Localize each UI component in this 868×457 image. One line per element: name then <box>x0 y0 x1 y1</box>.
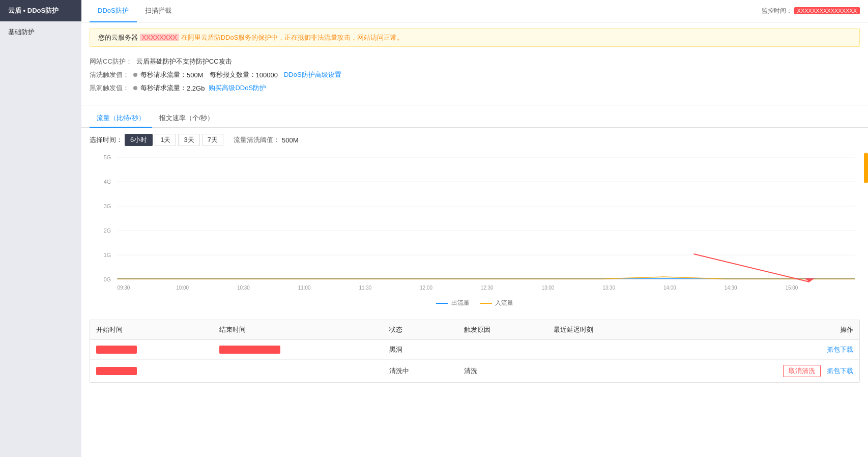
chart-container: 5G 4G 3G 2G 1G 0G 09:30 10:00 10:30 11:0… <box>81 152 868 311</box>
col-status: 状态 <box>383 320 457 340</box>
svg-text:3G: 3G <box>104 203 111 209</box>
svg-text:11:00: 11:00 <box>298 285 311 291</box>
row2-actions: 取消清洗 抓包下载 <box>668 360 859 383</box>
svg-text:13:00: 13:00 <box>542 285 555 291</box>
blackhole-req-value: 2.2Gb <box>187 84 205 92</box>
legend-inbound: 入流量 <box>480 299 513 307</box>
wash-pkt-label: 每秒报文数量： <box>210 70 256 79</box>
cc-value: 云盾基础防护不支持防护CC攻击 <box>136 57 232 66</box>
alert-banner: 您的云服务器 XXXXXXXX 在阿里云盾防DDoS服务的保护中，正在抵御非法流… <box>90 28 860 47</box>
blackhole-trigger-row: 黑洞触发值： 每秒请求流量： 2.2Gb 购买高级DDoS防护 <box>90 83 860 93</box>
wash-trigger-label: 清洗触发值： <box>90 70 129 79</box>
row1-delay <box>547 340 668 360</box>
row1-actions: 抓包下载 <box>668 340 859 360</box>
col-end-time: 结束时间 <box>213 320 384 340</box>
col-action: 操作 <box>668 320 859 340</box>
top-tab-bar: DDoS防护 扫描拦截 监控时间： XXXXXXXXXXXXXXXX <box>81 0 868 22</box>
row2-end <box>213 360 384 383</box>
row1-start <box>90 340 213 360</box>
row1-status: 黑洞 <box>383 340 457 360</box>
monitor-time: 监控时间： XXXXXXXXXXXXXXXX <box>762 7 860 15</box>
time-btn-7d[interactable]: 7天 <box>202 134 223 146</box>
svg-text:5G: 5G <box>104 154 111 160</box>
tab-ddos[interactable]: DDoS防护 <box>90 0 137 22</box>
svg-text:2G: 2G <box>104 227 111 234</box>
inbound-line-icon <box>480 303 492 304</box>
row2-delay <box>547 360 668 383</box>
outbound-line-icon <box>436 303 448 304</box>
inbound-label: 入流量 <box>495 299 513 307</box>
svg-text:12:30: 12:30 <box>481 285 494 291</box>
cc-label: 网站CC防护： <box>90 57 132 66</box>
svg-line-24 <box>693 254 809 282</box>
time-btn-6h[interactable]: 6小时 <box>125 134 153 146</box>
tab-packet-rate[interactable]: 报文速率（个/秒） <box>152 109 221 128</box>
monitor-time-label: 监控时间： <box>762 7 792 14</box>
svg-text:13:30: 13:30 <box>602 285 615 291</box>
table-section: 开始时间 结束时间 状态 触发原因 最近延迟时刻 操作 <box>90 320 860 383</box>
table-row: 黑洞 抓包下载 <box>90 340 859 360</box>
svg-text:10:30: 10:30 <box>237 285 250 291</box>
outbound-label: 出流量 <box>451 299 470 307</box>
alert-text-prefix: 您的云服务器 <box>98 34 138 41</box>
blackhole-label: 黑洞触发值： <box>90 83 129 93</box>
legend-outbound: 出流量 <box>436 299 470 307</box>
redacted-start-1 <box>96 346 137 354</box>
row2-start <box>90 360 213 383</box>
wash-req-label: 每秒请求流量： <box>140 70 187 79</box>
svg-text:14:30: 14:30 <box>725 285 737 291</box>
data-table: 开始时间 结束时间 状态 触发原因 最近延迟时刻 操作 <box>90 320 859 382</box>
info-section: 网站CC防护： 云盾基础防护不支持防护CC攻击 清洗触发值： 每秒请求流量： 5… <box>81 53 868 101</box>
time-selector: 选择时间： 6小时 1天 3天 7天 流量清洗阈值： 500M <box>81 128 868 152</box>
sidebar: 云盾 • DDoS防护 基础防护 <box>0 0 81 457</box>
svg-text:15:00: 15:00 <box>786 285 798 291</box>
traffic-chart: 5G 4G 3G 2G 1G 0G 09:30 10:00 10:30 11:0… <box>90 152 860 295</box>
col-last-delay: 最近延迟时刻 <box>547 320 668 340</box>
time-btn-1d[interactable]: 1天 <box>155 134 176 146</box>
dot-icon-1 <box>133 73 137 77</box>
svg-text:11:30: 11:30 <box>359 285 371 291</box>
sidebar-header: 云盾 • DDoS防护 <box>0 0 81 21</box>
chart-legend: 出流量 入流量 <box>90 295 860 311</box>
sidebar-item-basic-protection[interactable]: 基础防护 <box>0 21 81 43</box>
tab-traffic-bps[interactable]: 流量（比特/秒） <box>90 109 152 128</box>
row1-end <box>213 340 384 360</box>
svg-text:10:00: 10:00 <box>176 285 189 291</box>
dot-icon-2 <box>133 86 137 90</box>
redacted-end-1 <box>219 346 280 354</box>
capture-download-btn-2[interactable]: 抓包下载 <box>827 366 853 376</box>
svg-text:4G: 4G <box>104 179 111 185</box>
table-row: 清洗中 清洗 取消清洗 抓包下载 <box>90 360 859 383</box>
cc-protection-row: 网站CC防护： 云盾基础防护不支持防护CC攻击 <box>90 57 860 66</box>
tab-scan[interactable]: 扫描拦截 <box>137 0 180 22</box>
col-trigger: 触发原因 <box>458 320 548 340</box>
main-content: DDoS防护 扫描拦截 监控时间： XXXXXXXXXXXXXXXX 您的云服务… <box>81 0 868 457</box>
svg-text:14:00: 14:00 <box>663 285 676 291</box>
redacted-start-2 <box>96 367 137 375</box>
alert-text-middle: 在阿里云盾防DDoS服务的保护中，正在抵御非法流量攻击，网站访问正常。 <box>181 34 404 41</box>
monitor-time-value: XXXXXXXXXXXXXXXX <box>794 7 860 14</box>
svg-text:0G: 0G <box>104 276 111 282</box>
scroll-indicator[interactable] <box>864 153 868 183</box>
chart-tabs: 流量（比特/秒） 报文速率（个/秒） <box>81 109 868 128</box>
wash-trigger-row: 清洗触发值： 每秒请求流量： 500M 每秒报文数量： 100000 DDoS防… <box>90 70 860 79</box>
threshold-value: 500M <box>282 136 299 144</box>
row1-trigger <box>458 340 548 360</box>
row2-trigger: 清洗 <box>458 360 548 383</box>
svg-text:1G: 1G <box>104 252 111 258</box>
buy-advanced-link[interactable]: 购买高级DDoS防护 <box>209 83 266 93</box>
cancel-wash-btn[interactable]: 取消清洗 <box>783 365 821 377</box>
wash-req-value: 500M <box>187 71 204 79</box>
svg-text:09:30: 09:30 <box>117 285 130 291</box>
svg-text:12:00: 12:00 <box>420 285 432 291</box>
alert-server-name: XXXXXXXX <box>140 34 179 41</box>
capture-download-btn-1[interactable]: 抓包下载 <box>827 345 853 354</box>
ddos-advanced-link[interactable]: DDoS防护高级设置 <box>284 70 341 79</box>
blackhole-req-label: 每秒请求流量： <box>140 83 187 93</box>
divider-1 <box>81 105 868 105</box>
time-selector-label: 选择时间： <box>90 135 123 145</box>
col-start-time: 开始时间 <box>90 320 213 340</box>
wash-pkt-value: 100000 <box>256 71 278 79</box>
chart-svg-wrap: 5G 4G 3G 2G 1G 0G 09:30 10:00 10:30 11:0… <box>90 152 860 295</box>
time-btn-3d[interactable]: 3天 <box>178 134 199 146</box>
